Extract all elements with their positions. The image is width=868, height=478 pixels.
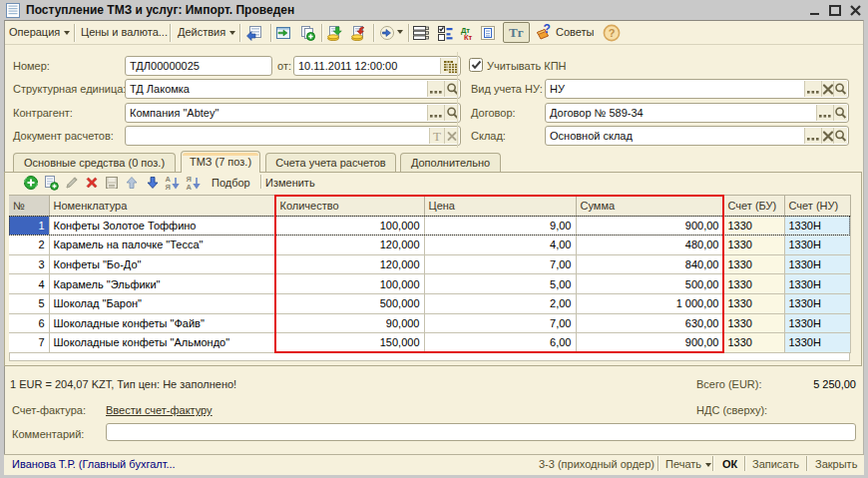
svg-text:Я: Я [166, 183, 171, 191]
svg-text:?: ? [609, 27, 616, 39]
svg-text:Кт: Кт [464, 33, 473, 41]
svg-text:?: ? [544, 23, 551, 36]
svg-text:А: А [187, 183, 193, 191]
